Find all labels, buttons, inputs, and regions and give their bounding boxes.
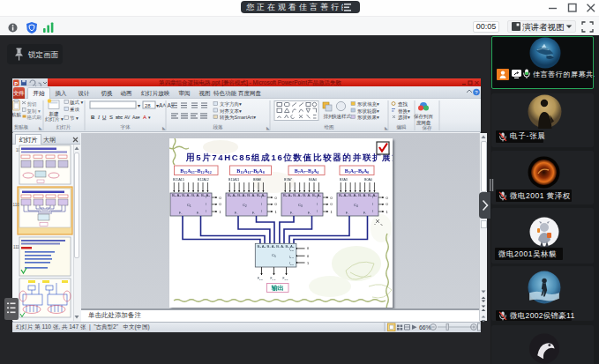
svg-text:111: 111 <box>13 245 19 249</box>
svg-text:保存到百: 保存到百 <box>414 114 434 120</box>
svg-text:▾: ▾ <box>148 115 151 120</box>
svg-text:Fa>b: Fa>b <box>258 277 264 280</box>
svg-text:B11A11: B11A11 <box>228 178 239 182</box>
svg-text:0: 0 <box>331 203 333 206</box>
svg-text:C2: C2 <box>243 203 247 208</box>
svg-text:形状效果▾: 形状效果▾ <box>357 115 379 120</box>
svg-text:Fa=b: Fa=b <box>271 277 277 280</box>
svg-text:AV: AV <box>124 115 131 120</box>
svg-text:B3A3: B3A3 <box>340 178 348 182</box>
svg-text:110: 110 <box>13 203 20 207</box>
svg-text:Fa<b: Fa<b <box>283 277 289 280</box>
svg-text:B12A12: B12A12 <box>198 178 209 182</box>
svg-text:C3: C3 <box>298 203 303 208</box>
svg-text:B3A3–B0A0: B3A3–B0A0 <box>345 168 370 175</box>
svg-text:编辑: 编辑 <box>397 124 408 130</box>
svg-text:C1: C1 <box>187 203 191 208</box>
svg-text:◣: ◣ <box>385 125 388 130</box>
svg-text:B7A7: B7A7 <box>284 178 292 182</box>
svg-text:B15A15: B15A15 <box>173 178 184 182</box>
svg-text:0: 0 <box>386 203 388 206</box>
svg-text:剪切: 剪切 <box>27 101 37 108</box>
svg-text:Aa▾: Aa▾ <box>132 115 140 120</box>
svg-text:1: 1 <box>307 262 309 265</box>
svg-text:◣: ◣ <box>266 125 270 130</box>
svg-text:转换为SmartArt▾: 转换为SmartArt▾ <box>220 115 256 121</box>
svg-text:对齐文本▾: 对齐文本▾ <box>220 108 242 114</box>
svg-text:0: 0 <box>307 255 309 258</box>
svg-text:B: B <box>91 115 95 120</box>
svg-text:版式 ▾: 版式 ▾ <box>70 100 84 106</box>
svg-text:0: 0 <box>275 203 277 206</box>
svg-text:重设: 重设 <box>70 107 80 112</box>
svg-text:1: 1 <box>331 211 333 214</box>
svg-text:形状轮廓▾: 形状轮廓▾ <box>357 108 379 115</box>
svg-text:◣: ◣ <box>162 125 166 130</box>
svg-text:◣: ◣ <box>39 125 42 130</box>
svg-text:S: S <box>109 115 113 120</box>
svg-text:B4A4: B4A4 <box>309 178 317 182</box>
svg-text:0: 0 <box>275 197 277 200</box>
svg-text:B15A15–B12A12: B15A15–B12A12 <box>180 168 212 175</box>
svg-text:0: 0 <box>307 247 309 250</box>
svg-text:abc: abc <box>116 115 124 120</box>
svg-text:0: 0 <box>331 197 333 200</box>
svg-text:1: 1 <box>386 211 388 214</box>
svg-text:选择▾: 选择▾ <box>398 115 410 121</box>
svg-text:粘贴: 粘贴 <box>12 112 22 118</box>
svg-text:形状填充▾: 形状填充▾ <box>357 101 379 108</box>
svg-text:A: A <box>143 115 146 120</box>
svg-text:B8A8: B8A8 <box>253 178 261 182</box>
svg-text:0: 0 <box>386 197 388 200</box>
svg-text:B7A7–B4A4: B7A7–B4A4 <box>295 168 319 175</box>
svg-text:I: I <box>97 115 101 120</box>
svg-text:28: 28 <box>145 103 151 108</box>
svg-text:B0A0: B0A0 <box>364 178 372 182</box>
svg-text:幻灯片 ▾: 幻灯片 ▾ <box>45 116 64 123</box>
svg-text:输出: 输出 <box>271 285 284 292</box>
svg-text:66%: 66% <box>419 324 431 331</box>
svg-text:C5: C5 <box>272 253 276 258</box>
svg-text:0: 0 <box>220 197 221 200</box>
svg-text:节 ▾: 节 ▾ <box>70 115 79 121</box>
svg-text:幻灯片: 幻灯片 <box>56 124 71 130</box>
svg-text:0: 0 <box>220 203 221 206</box>
svg-text:用5片74HC85组成16位数值比较器的并联扩展方式。: 用5片74HC85组成16位数值比较器的并联扩展方式。 <box>185 152 393 162</box>
svg-text:字体: 字体 <box>121 124 131 130</box>
svg-text:剪贴板: 剪贴板 <box>14 124 29 130</box>
svg-text:1: 1 <box>275 211 277 214</box>
svg-text:1: 1 <box>220 211 221 214</box>
svg-text:查找: 查找 <box>398 101 408 107</box>
svg-text:C4: C4 <box>354 203 358 208</box>
svg-text:绘图: 绘图 <box>325 124 334 130</box>
svg-text:保存: 保存 <box>423 125 433 130</box>
svg-text:替换▾: 替换▾ <box>398 108 410 115</box>
svg-text:段落: 段落 <box>213 124 224 130</box>
svg-text:格式刷: 格式刷 <box>26 115 42 121</box>
svg-text:▾: ▾ <box>138 103 140 108</box>
svg-text:文字方向▾: 文字方向▾ <box>220 101 242 108</box>
svg-text:快速样式: 快速样式 <box>332 114 352 119</box>
svg-text:复制 ▾: 复制 ▾ <box>27 108 41 115</box>
svg-text:B11A11–B8A8: B11A11–B8A8 <box>236 168 264 175</box>
svg-text:U: U <box>102 115 106 120</box>
svg-text:P: P <box>14 81 18 86</box>
